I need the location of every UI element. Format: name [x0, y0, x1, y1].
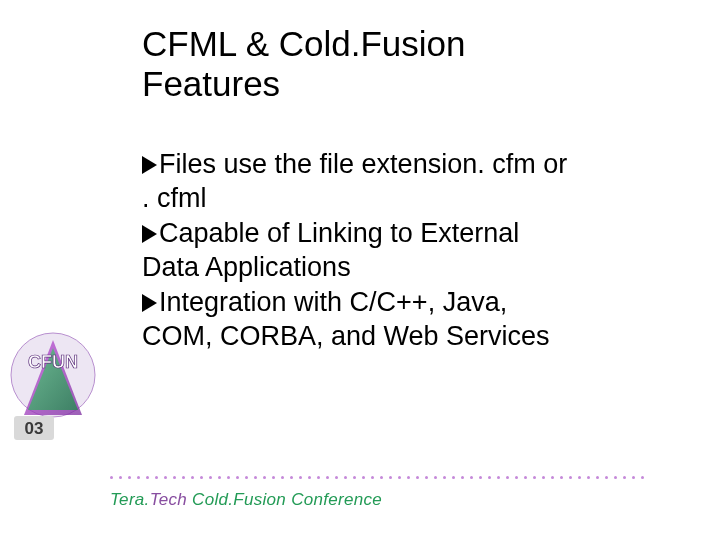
- bullet-list: Files use the file extension. cfm or . c…: [142, 147, 662, 354]
- title-line-2: Features: [142, 64, 280, 103]
- bullet-3-cont: COM, CORBA, and Web Services: [142, 319, 662, 354]
- bullet-text: COM, CORBA, and Web Services: [142, 321, 550, 351]
- svg-text:03: 03: [25, 419, 44, 438]
- arrow-icon: [142, 294, 157, 312]
- footer-brand-tera: Tera.: [110, 490, 150, 509]
- bullet-2-cont: Data Applications: [142, 250, 662, 285]
- bullet-text: Data Applications: [142, 252, 351, 282]
- title-line-1: CFML & Cold.Fusion: [142, 24, 466, 63]
- footer-text: Tera.Tech Cold.Fusion Conference: [110, 490, 382, 510]
- bullet-3: Integration with C/C++, Java,: [142, 285, 662, 320]
- slide: CFML & Cold.Fusion Features Files use th…: [0, 0, 720, 540]
- bullet-text: . cfml: [142, 183, 207, 213]
- bullet-text: Integration with C/C++, Java,: [159, 287, 507, 317]
- bullet-text: Capable of Linking to External: [159, 218, 519, 248]
- bullet-1: Files use the file extension. cfm or: [142, 147, 662, 182]
- arrow-icon: [142, 156, 157, 174]
- bullet-1-cont: . cfml: [142, 181, 662, 216]
- content-area: CFML & Cold.Fusion Features Files use th…: [142, 24, 662, 354]
- footer-brand-tech: Tech: [150, 490, 192, 509]
- arrow-icon: [142, 225, 157, 243]
- cfun-logo: CFUN 03: [6, 320, 100, 448]
- svg-text:CFUN: CFUN: [28, 352, 78, 372]
- footer-rest: Cold.Fusion Conference: [192, 490, 382, 509]
- bullet-2: Capable of Linking to External: [142, 216, 662, 251]
- slide-title: CFML & Cold.Fusion Features: [142, 24, 662, 105]
- bullet-text: Files use the file extension. cfm or: [159, 149, 567, 179]
- footer-dots: [110, 474, 700, 480]
